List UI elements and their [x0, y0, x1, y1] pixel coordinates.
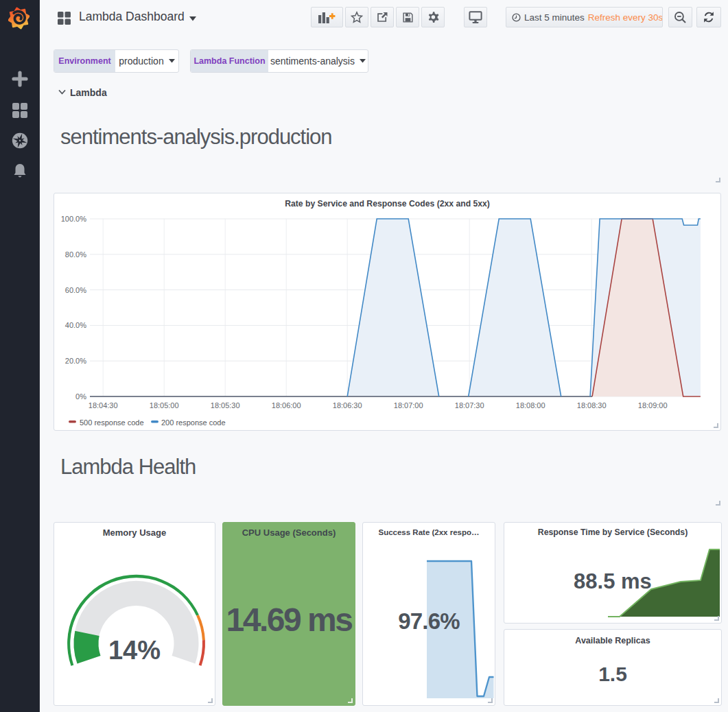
svg-text:18:07:00: 18:07:00 [394, 401, 423, 410]
svg-text:18:06:00: 18:06:00 [272, 401, 301, 410]
svg-text:18:05:30: 18:05:30 [211, 401, 240, 410]
svg-text:18:07:30: 18:07:30 [455, 401, 484, 410]
svg-text:20.0%: 20.0% [65, 357, 86, 365]
svg-text:18:09:00: 18:09:00 [638, 401, 668, 410]
svg-text:80.0%: 80.0% [65, 250, 86, 259]
svg-text:18:08:00: 18:08:00 [516, 401, 545, 410]
svg-text:18:06:30: 18:06:30 [333, 401, 362, 410]
svg-text:18:08:30: 18:08:30 [577, 401, 607, 410]
svg-text:60.0%: 60.0% [65, 286, 86, 294]
svg-text:500 response code: 500 response code [80, 418, 144, 427]
svg-text:100.0%: 100.0% [61, 215, 87, 223]
svg-text:18:05:00: 18:05:00 [150, 401, 179, 410]
svg-text:18:04:30: 18:04:30 [89, 401, 118, 410]
svg-text:0%: 0% [75, 392, 86, 401]
svg-text:40.0%: 40.0% [65, 321, 86, 329]
svg-text:200 response code: 200 response code [161, 418, 226, 427]
